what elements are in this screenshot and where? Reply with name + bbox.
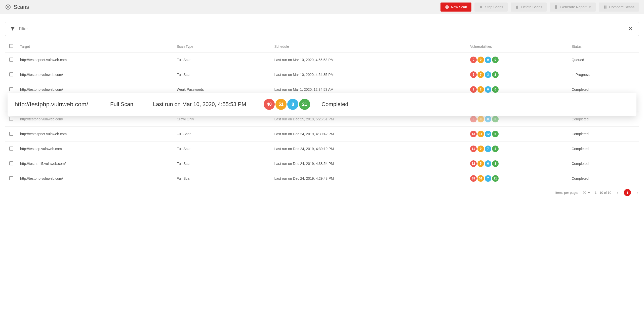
delete-scans-label: Delete Scans bbox=[521, 5, 542, 9]
table-row[interactable]: http://testasp.vulnweb.comFull ScanLast … bbox=[5, 142, 639, 156]
row-checkbox[interactable] bbox=[9, 87, 13, 91]
compare-scans-button[interactable]: Compare Scans bbox=[599, 3, 639, 12]
generate-report-label: Generate Report bbox=[560, 5, 586, 9]
row-checkbox[interactable] bbox=[9, 58, 13, 62]
cell-scan-type: Full Scan bbox=[174, 171, 272, 186]
table-row[interactable]: http://testphp.vulnweb.com/Full ScanLast… bbox=[5, 171, 639, 186]
severity-badge: 2 bbox=[470, 86, 477, 93]
table-row[interactable]: http://testaspnet.vulnweb.comFull ScanLa… bbox=[5, 53, 639, 67]
cell-vulnerabilities: 1311126 bbox=[468, 127, 569, 142]
severity-badge: 2 bbox=[492, 71, 499, 78]
severity-badge: 21 bbox=[299, 99, 310, 110]
severity-badge: 12 bbox=[485, 131, 491, 137]
cell-schedule: Last run on Dec 24, 2019, 4:38:54 PM bbox=[272, 156, 467, 171]
severity-badge: 13 bbox=[470, 131, 477, 137]
severity-badge: 9 bbox=[477, 146, 484, 152]
col-schedule[interactable]: Schedule bbox=[272, 40, 467, 53]
severity-badge: 6 bbox=[492, 131, 499, 137]
cell-target: http://testphp.vulnweb.com/ bbox=[18, 171, 174, 186]
col-target[interactable]: Target bbox=[18, 40, 174, 53]
next-page-button[interactable]: › bbox=[635, 190, 639, 195]
svg-point-2 bbox=[8, 7, 8, 7]
severity-badge: 51 bbox=[477, 175, 484, 182]
severity-badge: 7 bbox=[477, 71, 484, 78]
cell-schedule: Last run on Mar 10, 2020, 4:55:53 PM bbox=[272, 53, 467, 67]
items-per-page-label: Items per page: bbox=[555, 191, 578, 195]
cell-schedule: Last run on Dec 24, 2019, 4:39:42 PM bbox=[272, 127, 467, 142]
row-checkbox[interactable] bbox=[9, 161, 13, 165]
svg-rect-5 bbox=[480, 6, 482, 8]
cell-scan-type: Full Scan bbox=[174, 142, 272, 156]
generate-report-button[interactable]: Generate Report bbox=[550, 3, 595, 12]
cell-schedule: Last run on Dec 24, 2019, 4:39:19 PM bbox=[272, 142, 467, 156]
cell-status: In Progress bbox=[569, 67, 639, 82]
severity-badge: 11 bbox=[477, 131, 484, 137]
highlight-target: http://testphp.vulnweb.com/ bbox=[15, 101, 110, 108]
cell-scan-type: Full Scan bbox=[174, 53, 272, 67]
row-checkbox[interactable] bbox=[9, 176, 13, 180]
severity-badge: 0 bbox=[492, 86, 499, 93]
chevron-down-icon bbox=[588, 192, 590, 193]
severity-badge: 8 bbox=[287, 99, 298, 110]
severity-badge: 0 bbox=[477, 116, 484, 122]
cell-scan-type: Full Scan bbox=[174, 156, 272, 171]
severity-badge: 51 bbox=[275, 99, 287, 110]
severity-badge: 2 bbox=[477, 86, 484, 93]
cell-scan-type: Full Scan bbox=[174, 67, 272, 82]
cell-vulnerabilities: 11974 bbox=[468, 142, 569, 156]
chevron-down-icon bbox=[589, 7, 591, 8]
row-checkbox[interactable] bbox=[9, 147, 13, 151]
delete-scans-button[interactable]: Delete Scans bbox=[511, 3, 547, 12]
new-scan-button[interactable]: New Scan bbox=[440, 3, 472, 12]
col-status[interactable]: Status bbox=[569, 40, 639, 53]
severity-badge: 0 bbox=[477, 57, 484, 63]
severity-badge: 0 bbox=[470, 57, 477, 63]
cell-scan-type: Full Scan bbox=[174, 127, 272, 142]
cell-schedule: Last run on Mar 10, 2020, 4:54:35 PM bbox=[272, 67, 467, 82]
prev-page-button[interactable]: ‹ bbox=[616, 190, 619, 195]
cell-status: Queued bbox=[569, 53, 639, 67]
severity-badge: 0 bbox=[485, 57, 491, 63]
content: ✕ Target Scan Type Schedule Vulnerabilit… bbox=[0, 14, 644, 186]
severity-badge: 7 bbox=[485, 175, 491, 182]
target-icon bbox=[5, 4, 11, 10]
severity-badge: 21 bbox=[492, 175, 499, 182]
row-checkbox[interactable] bbox=[9, 72, 13, 76]
cell-vulnerabilities: 0000 bbox=[468, 53, 569, 67]
highlight-status: Completed bbox=[321, 101, 348, 108]
stop-scans-button[interactable]: Stop Scans bbox=[474, 3, 508, 12]
severity-badge: 0 bbox=[492, 116, 499, 122]
svg-point-4 bbox=[446, 6, 448, 8]
severity-badge: 40 bbox=[264, 99, 275, 110]
severity-badge: 0 bbox=[485, 86, 491, 93]
severity-badge: 3 bbox=[485, 71, 491, 78]
table-row[interactable]: http://testphp.vulnweb.com/Full ScanLast… bbox=[5, 67, 639, 82]
pagination: Items per page: 20 1 - 10 of 10 ‹ 1 › bbox=[0, 186, 644, 199]
severity-badge: 38 bbox=[470, 175, 477, 182]
filter-input[interactable] bbox=[19, 27, 623, 31]
target-icon bbox=[445, 5, 449, 9]
col-vulnerabilities[interactable]: Vulnerabilities bbox=[468, 40, 569, 53]
items-per-page-select[interactable]: 20 bbox=[583, 191, 590, 195]
page-title-text: Scans bbox=[14, 4, 29, 10]
severity-badge: 6 bbox=[485, 160, 491, 167]
highlighted-scan-row[interactable]: http://testphp.vulnweb.com/ Full Scan La… bbox=[8, 93, 636, 116]
table-row[interactable]: http://testaspnet.vulnweb.comFull ScanLa… bbox=[5, 127, 639, 142]
items-per-page-value: 20 bbox=[583, 191, 586, 195]
col-scan-type[interactable]: Scan Type bbox=[174, 40, 272, 53]
severity-badge: 5 bbox=[477, 160, 484, 167]
close-icon[interactable]: ✕ bbox=[627, 26, 634, 32]
select-all-checkbox[interactable] bbox=[9, 44, 13, 48]
trash-icon bbox=[515, 5, 519, 9]
stop-scans-label: Stop Scans bbox=[485, 5, 503, 9]
row-checkbox[interactable] bbox=[9, 117, 13, 121]
severity-badge: 5 bbox=[470, 71, 477, 78]
filter-bar: ✕ bbox=[5, 22, 639, 36]
new-scan-label: New Scan bbox=[451, 5, 467, 9]
cell-status: Completed bbox=[569, 171, 639, 186]
page-range: 1 - 10 of 10 bbox=[595, 191, 611, 195]
document-icon bbox=[554, 5, 558, 9]
page-number-current[interactable]: 1 bbox=[624, 189, 631, 196]
row-checkbox[interactable] bbox=[9, 132, 13, 136]
table-row[interactable]: http://testhtml5.vulnweb.com/Full ScanLa… bbox=[5, 156, 639, 171]
